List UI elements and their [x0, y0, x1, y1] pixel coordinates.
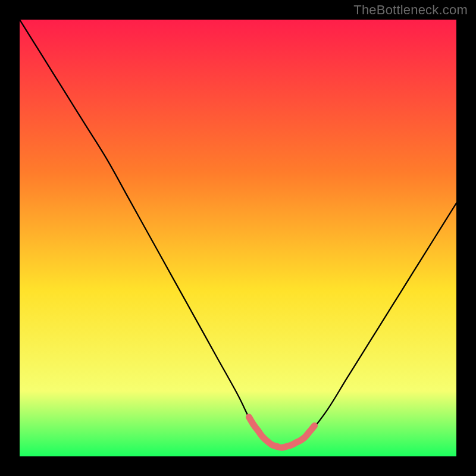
- gradient-background: [20, 20, 456, 456]
- watermark-text: TheBottleneck.com: [353, 2, 468, 18]
- chart-container: TheBottleneck.com: [0, 0, 476, 476]
- chart-svg: [20, 20, 456, 456]
- plot-area: [20, 20, 456, 456]
